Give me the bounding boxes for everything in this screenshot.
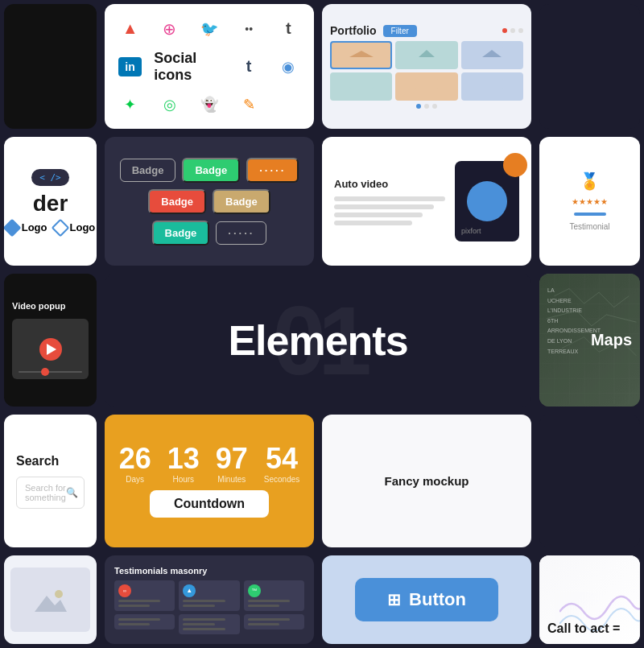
masonry-line [183, 600, 225, 602]
elements-content: 01 Elements [228, 274, 407, 407]
badge-red[interactable]: Badge [148, 189, 206, 214]
video-progress-bar [19, 371, 82, 373]
masonry-card: ▲ [179, 580, 239, 611]
masonry-line-short [248, 623, 279, 625]
call-to-act-content: Call to act = [539, 555, 640, 644]
countdown-minutes: 97 Minutes [216, 444, 248, 484]
video-popup-card: Video popup [4, 274, 97, 407]
portfolio-item[interactable] [461, 41, 523, 69]
call-to-act-label: Call to act = [547, 621, 620, 636]
countdown-days: 26 Days [119, 444, 151, 484]
portfolio-item[interactable] [330, 72, 392, 101]
badge-teal[interactable]: Badge [152, 221, 210, 246]
auto-video-card: Auto video pixfort [322, 137, 531, 266]
landscape-icon [35, 588, 67, 612]
portfolio-header: Portfolio Filter [330, 24, 523, 37]
masonry-line [118, 600, 160, 602]
portfolio-card: Portfolio Filter [322, 4, 531, 129]
countdown-hours: 13 Hours [167, 444, 200, 484]
social-icon-arch: ▲ [118, 16, 143, 42]
badge-outline-white[interactable]: ····· [216, 221, 266, 245]
portfolio-item[interactable] [395, 72, 457, 101]
fancy-mockup-label: Fancy mockup [384, 474, 469, 488]
slider-card [4, 4, 97, 129]
auto-video-title: Auto video [334, 178, 445, 190]
code-icon: < /> [39, 172, 61, 183]
badge-orange-dots[interactable]: ····· [246, 158, 299, 183]
portfolio-filter-btn[interactable]: Filter [383, 25, 417, 37]
testimonial-label: Testimonial [569, 222, 609, 231]
testimonial-stars: ★★★★★ [572, 197, 608, 206]
main-grid: ▲ ⊕ 🐦 •• t in Social icons t ◉ ✦ ◎ 👻 ✎ P… [0, 0, 644, 648]
countdown-numbers: 26 Days 13 Hours 97 Minutes 54 Secondes [119, 444, 300, 484]
masonry-line-short [248, 605, 279, 607]
badge-outline-gray[interactable]: Badge [120, 159, 176, 182]
image-placeholder [10, 568, 90, 632]
portfolio-item[interactable] [330, 41, 392, 69]
badges-card: Badge Badge ····· Badge Badge Badge ····… [105, 137, 314, 266]
auto-video-line [334, 196, 445, 201]
social-icon-twitter: 🐦 [196, 16, 222, 42]
masonry-icon-red: ∞ [118, 584, 131, 597]
video-circle-blue [467, 181, 507, 221]
social-icon-deviant: ✦ [118, 92, 143, 118]
portfolio-item[interactable] [461, 72, 523, 101]
logo-card: < /> der Logo Logo [4, 137, 97, 266]
social-icon-tumblr: t [236, 54, 262, 80]
masonry-col-2: ▲ [179, 580, 239, 634]
maps-card: LA UCHERE L'INDUSTRIE 6TH ARRONDISSEMENT… [539, 274, 640, 407]
video-popup-label: Video popup [12, 301, 65, 311]
auto-video-line [334, 204, 434, 209]
search-input-display[interactable]: Search for something 🔍 [16, 477, 85, 509]
pixfort-label: pixfort [461, 227, 481, 235]
portfolio-title: Portfolio [330, 24, 377, 37]
empty-dark-top [539, 4, 640, 129]
social-icon-dots: •• [236, 16, 262, 42]
masonry-col-3: ™ [244, 580, 304, 634]
search-icon: 🔍 [66, 487, 78, 498]
countdown-title-button[interactable]: Countdown [150, 490, 269, 518]
masonry-line-short [118, 623, 150, 625]
logo-item-1: Logo [6, 221, 47, 234]
button-label: Button [409, 589, 466, 610]
video-progress-indicator [41, 368, 49, 376]
masonry-line-short [118, 605, 150, 607]
small-image-card [4, 555, 97, 644]
main-button[interactable]: ⊞ Button [355, 578, 498, 621]
testimonial-card: 🏅 ★★★★★ Testimonial [539, 137, 640, 266]
auto-video-line [334, 221, 412, 225]
masonry-card: ∞ [114, 580, 175, 611]
badge-green[interactable]: Badge [182, 158, 240, 183]
play-button[interactable] [39, 338, 62, 361]
social-icon-dribbble: ⊕ [157, 16, 183, 42]
masonry-line [118, 618, 160, 621]
testimonials-masonry-card: Testimonials masonry ∞ ▲ [105, 555, 314, 644]
testimonials-masonry-grid: ∞ ▲ [114, 580, 304, 634]
play-icon [47, 344, 56, 355]
call-to-act-card: Call to act = [539, 555, 640, 644]
video-popup-player[interactable] [12, 319, 89, 379]
search-title: Search [16, 454, 59, 468]
search-placeholder: Search for something [25, 483, 66, 502]
fancy-mockup-card: Fancy mockup [322, 415, 531, 547]
masonry-card [244, 614, 304, 629]
badge-tan[interactable]: Badge [213, 189, 270, 214]
elements-center-card: 01 Elements [105, 274, 531, 407]
svg-rect-6 [349, 79, 374, 89]
countdown-card: 26 Days 13 Hours 97 Minutes 54 Secondes … [105, 415, 314, 547]
social-linkedin: in [118, 57, 141, 76]
auto-video-line [334, 213, 423, 217]
auto-video-right: pixfort [455, 161, 519, 241]
elements-title: Elements [228, 316, 407, 365]
masonry-col-1: ∞ [114, 580, 175, 634]
svg-rect-8 [480, 79, 504, 89]
social-icon-t: t [275, 16, 301, 42]
masonry-line [248, 618, 290, 621]
testimonials-masonry-title: Testimonials masonry [114, 566, 207, 576]
social-icon-snapchat: 👻 [196, 92, 222, 118]
button-card: ⊞ Button [322, 555, 531, 644]
portfolio-item[interactable] [395, 41, 457, 69]
masonry-card [114, 614, 175, 629]
testimonial-icon: 🏅 [580, 171, 600, 191]
masonry-card [179, 614, 239, 634]
